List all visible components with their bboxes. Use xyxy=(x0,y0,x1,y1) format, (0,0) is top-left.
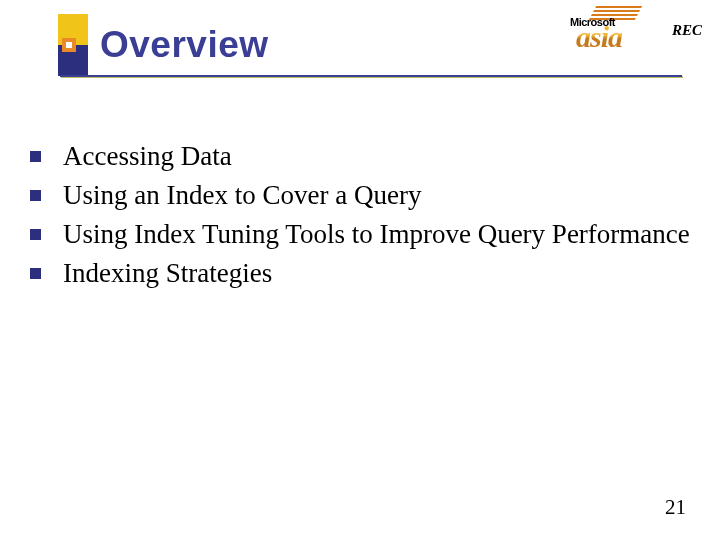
slide-title-block: Overview xyxy=(58,14,269,76)
square-bullet-icon xyxy=(30,190,41,201)
list-item: Using Index Tuning Tools to Improve Quer… xyxy=(30,218,690,251)
list-item: Indexing Strategies xyxy=(30,257,690,290)
list-item: Using an Index to Cover a Query xyxy=(30,179,690,212)
square-bullet-icon xyxy=(30,268,41,279)
page-number: 21 xyxy=(665,495,686,520)
rec-label: REC xyxy=(672,22,702,39)
title-ornament xyxy=(58,14,88,76)
square-bullet-icon xyxy=(30,229,41,240)
logo-microsoft-text: Microsoft xyxy=(570,16,615,28)
title-underline xyxy=(60,75,682,77)
square-bullet-icon xyxy=(30,151,41,162)
slide-title: Overview xyxy=(100,24,269,66)
list-item: Accessing Data xyxy=(30,140,690,173)
list-item-text: Accessing Data xyxy=(63,140,232,173)
list-item-text: Using Index Tuning Tools to Improve Quer… xyxy=(63,218,690,251)
list-item-text: Indexing Strategies xyxy=(63,257,272,290)
list-item-text: Using an Index to Cover a Query xyxy=(63,179,421,212)
bullet-list: Accessing Data Using an Index to Cover a… xyxy=(30,140,690,296)
microsoft-asia-logo: asia Microsoft xyxy=(570,6,650,56)
